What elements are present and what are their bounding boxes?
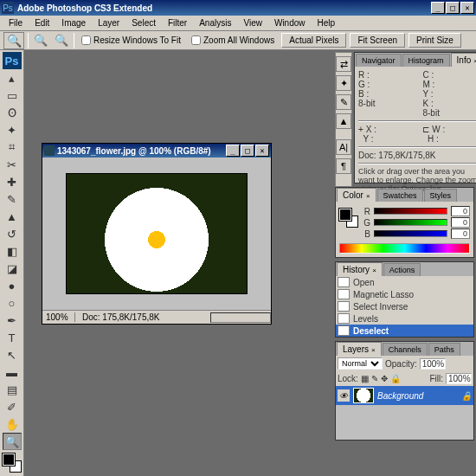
- dock-arrows-icon[interactable]: ⇄: [336, 56, 351, 72]
- marquee-tool[interactable]: ▭: [3, 87, 22, 104]
- layer-row-background[interactable]: 👁 Background 🔒: [336, 386, 473, 405]
- history-item-current[interactable]: Deselect: [336, 325, 473, 337]
- tab-actions[interactable]: Actions: [383, 263, 421, 276]
- tab-history[interactable]: History×: [337, 262, 383, 276]
- color-picker-swatch[interactable]: [339, 209, 358, 228]
- blue-value[interactable]: 0: [451, 228, 470, 239]
- dock-brush-icon[interactable]: ✎: [336, 94, 351, 110]
- dock-text-icon[interactable]: A|: [336, 139, 351, 155]
- crop-tool[interactable]: ⌗: [3, 138, 22, 156]
- tab-color[interactable]: Color×: [337, 188, 376, 202]
- document-title: 1343067_flower.jpg @ 100% (RGB/8#): [57, 146, 226, 156]
- red-slider[interactable]: [374, 208, 447, 215]
- tab-channels[interactable]: Channels: [383, 343, 428, 356]
- layer-name: Background: [377, 391, 423, 401]
- actual-pixels-button[interactable]: Actual Pixels: [281, 33, 346, 48]
- menu-edit[interactable]: Edit: [29, 16, 55, 29]
- lock-move-icon[interactable]: ✥: [381, 374, 388, 383]
- brush-tool[interactable]: ✎: [3, 190, 22, 208]
- tab-layers[interactable]: Layers×: [337, 342, 382, 356]
- dock-para-icon[interactable]: ¶: [336, 158, 351, 174]
- zoom-out-icon[interactable]: 🔍: [53, 34, 70, 47]
- tab-paths[interactable]: Paths: [428, 343, 460, 356]
- options-bar: 🔍 🔍 🔍 Resize Windows To Fit Zoom All Win…: [0, 31, 476, 50]
- path-tool[interactable]: ↖: [3, 346, 22, 363]
- history-item[interactable]: Open: [336, 276, 473, 288]
- zoom-level[interactable]: 100%: [42, 312, 75, 322]
- hand-tool[interactable]: ✋: [3, 415, 22, 433]
- move-tool[interactable]: ▴: [3, 69, 22, 87]
- blend-mode-select[interactable]: Normal: [338, 357, 383, 370]
- zoom-tool[interactable]: 🔍: [3, 433, 22, 450]
- history-item[interactable]: Magnetic Lasso: [336, 288, 473, 300]
- eraser-tool[interactable]: ◧: [3, 242, 22, 260]
- history-item[interactable]: Levels: [336, 312, 473, 325]
- divider: [28, 33, 29, 48]
- lasso-tool[interactable]: ʘ: [3, 104, 22, 121]
- zoom-in-icon[interactable]: 🔍: [32, 34, 49, 47]
- history-brush-tool[interactable]: ↺: [3, 225, 22, 242]
- tab-info[interactable]: Info×: [451, 53, 476, 67]
- scrollbar[interactable]: [210, 312, 271, 323]
- print-size-button[interactable]: Print Size: [408, 33, 461, 48]
- menu-image[interactable]: Image: [56, 16, 91, 29]
- eyedropper-tool[interactable]: ✐: [3, 398, 22, 415]
- resize-windows-checkbox[interactable]: Resize Windows To Fit: [78, 35, 184, 45]
- tab-histogram[interactable]: Histogram: [402, 54, 450, 67]
- lock-icon: 🔒: [461, 391, 472, 401]
- menu-view[interactable]: View: [238, 16, 267, 29]
- green-value[interactable]: 0: [451, 217, 470, 228]
- tab-styles[interactable]: Styles: [424, 189, 458, 202]
- shape-tool[interactable]: ▬: [3, 363, 22, 381]
- gradient-tool[interactable]: ◪: [3, 260, 22, 277]
- zoom-all-checkbox[interactable]: Zoom All Windows: [188, 35, 278, 45]
- blur-tool[interactable]: ●: [3, 277, 22, 294]
- doc-maximize-button[interactable]: □: [241, 145, 254, 157]
- tab-navigator[interactable]: Navigator: [356, 54, 402, 67]
- lock-paint-icon[interactable]: ✎: [371, 374, 378, 383]
- type-tool[interactable]: T: [3, 329, 22, 346]
- app-title: Adobe Photoshop CS3 Extended: [17, 3, 431, 13]
- document-canvas[interactable]: [42, 158, 271, 310]
- lock-transparent-icon[interactable]: ▦: [361, 374, 369, 383]
- pen-tool[interactable]: ✒: [3, 312, 22, 329]
- doc-size-info: Doc: 175,8K/175,8K: [75, 312, 210, 322]
- color-swatches[interactable]: [3, 453, 22, 473]
- app-titlebar: Ps Adobe Photoshop CS3 Extended _ □ ✕: [0, 0, 476, 16]
- doc-close-button[interactable]: ✕: [255, 145, 269, 157]
- doc-minimize-button[interactable]: _: [226, 145, 240, 157]
- stamp-tool[interactable]: ▲: [3, 208, 22, 225]
- lock-all-icon[interactable]: 🔒: [390, 374, 401, 383]
- history-item[interactable]: Select Inverse: [336, 300, 473, 312]
- menu-help[interactable]: Help: [312, 16, 341, 29]
- visibility-icon[interactable]: 👁: [338, 389, 350, 402]
- menu-select[interactable]: Select: [126, 16, 161, 29]
- zoom-tool-icon[interactable]: 🔍: [3, 32, 24, 49]
- green-slider[interactable]: [374, 219, 447, 226]
- notes-tool[interactable]: ▤: [3, 381, 22, 398]
- minimize-button[interactable]: _: [431, 2, 445, 14]
- slice-tool[interactable]: ✂: [3, 156, 22, 173]
- menu-window[interactable]: Window: [269, 16, 311, 29]
- document-titlebar[interactable]: 1343067_flower.jpg @ 100% (RGB/8#) _ □ ✕: [42, 144, 271, 158]
- red-value[interactable]: 0: [451, 206, 470, 216]
- menu-file[interactable]: File: [3, 16, 28, 29]
- blue-slider[interactable]: [374, 230, 447, 237]
- fit-screen-button[interactable]: Fit Screen: [350, 33, 405, 48]
- menu-filter[interactable]: Filter: [163, 16, 192, 29]
- wand-tool[interactable]: ✦: [3, 121, 22, 138]
- menu-analysis[interactable]: Analysis: [194, 16, 236, 29]
- dock-char-icon[interactable]: ✦: [336, 75, 351, 91]
- heal-tool[interactable]: ✚: [3, 173, 22, 190]
- close-button[interactable]: ✕: [460, 2, 474, 14]
- dodge-tool[interactable]: ○: [3, 294, 22, 312]
- opacity-input[interactable]: 100%: [420, 358, 446, 370]
- document-window[interactable]: 1343067_flower.jpg @ 100% (RGB/8#) _ □ ✕…: [42, 143, 272, 325]
- fill-input[interactable]: 100%: [446, 373, 472, 384]
- color-panel: Color× Swatches Styles R0 G0 B0: [335, 187, 474, 258]
- tab-swatches[interactable]: Swatches: [377, 189, 423, 202]
- maximize-button[interactable]: □: [446, 2, 460, 14]
- color-ramp[interactable]: [339, 243, 470, 254]
- menu-layer[interactable]: Layer: [93, 16, 125, 29]
- dock-clone-icon[interactable]: ▲: [336, 113, 351, 129]
